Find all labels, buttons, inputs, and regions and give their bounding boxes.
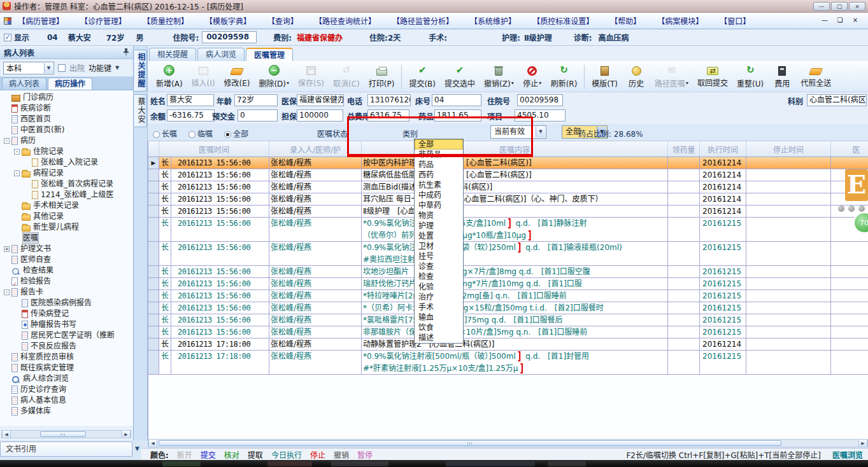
dropdown-item[interactable]: 卫材 <box>415 241 463 251</box>
show-checkbox[interactable] <box>4 34 11 41</box>
restore-button[interactable]: □ <box>831 2 848 11</box>
tree-expander-icon[interactable]: - <box>14 171 20 176</box>
table-row[interactable]: 长20161213 15:56:00张松峰/程燕*特拉唑嗪片[2mg×14片/盒… <box>148 290 868 302</box>
vtab-patient-name[interactable]: 蔡大安 <box>134 94 147 127</box>
toolbar-button-重整(U)[interactable]: ↻重整(U) <box>732 64 768 90</box>
scroll-right-icon[interactable]: ▶ <box>858 440 867 447</box>
chevron-down-icon[interactable]: ▾ <box>539 80 541 86</box>
menu-item[interactable]: 【质控标准设置】 <box>532 15 594 26</box>
table-row[interactable]: 长20161213 15:56:00张松峰/程燕测血压Bid(描述) [心血管二… <box>148 181 868 193</box>
column-header-医嘱内容[interactable]: 医嘱内容 <box>362 141 668 157</box>
order-status-combo[interactable]: 当前有效▼ <box>490 125 546 139</box>
tree-item[interactable]: 传染病登记 <box>0 309 133 319</box>
mdi-restore-button[interactable]: ❏ <box>835 17 845 25</box>
toolbar-button-提交选中[interactable]: ✔提交选中 <box>440 64 480 90</box>
radio-长嘱[interactable]: 长嘱 <box>153 130 177 139</box>
table-row[interactable]: 长20161213 17:18:00张松峰/程燕*0.9%氯化钠注射液[500m… <box>148 351 868 375</box>
tree-item[interactable]: 中医首页(新) <box>0 125 133 136</box>
dropdown-item[interactable]: 药品 <box>415 160 463 170</box>
tree-item[interactable]: 既往疾病史管理 <box>0 363 133 373</box>
dropdown-item[interactable]: 检查 <box>415 272 463 282</box>
tree-item[interactable]: 张松峰_首次病程记录 <box>0 179 133 190</box>
menu-item[interactable]: 【系统维护】 <box>470 15 516 26</box>
tree-item[interactable]: -病历 <box>0 136 133 146</box>
toolbar-button-路径医嘱[interactable]: ✉路径医嘱▾ <box>650 64 693 90</box>
toolbar-button-刷新(R)[interactable]: ↻刷新(R) <box>546 64 582 90</box>
toolbar-button-打印(P)[interactable]: 打印(P) <box>364 64 399 90</box>
toolbar-button-取消(C)[interactable]: ↺取消(C) <box>329 64 364 90</box>
mdi-close-button[interactable]: × <box>850 17 860 25</box>
menu-item[interactable]: 【病案模块】 <box>657 15 703 26</box>
tree-item[interactable]: 疾病诊断 <box>0 103 133 114</box>
tree-item[interactable]: 检查结果 <box>0 265 133 276</box>
field-value-项目[interactable]: 4505.10 <box>515 109 566 122</box>
dropdown-item[interactable]: 物资 <box>415 211 463 221</box>
tree-item[interactable]: -报告卡 <box>0 287 133 298</box>
scroll-left-icon[interactable]: ◀ <box>2 431 11 438</box>
menu-item[interactable]: 【路径监管分析】 <box>392 15 453 26</box>
toolbar-button-删除(D)[interactable]: −删除(D)▾ <box>254 64 294 90</box>
column-header-执行时间[interactable]: 执行时间 <box>700 141 746 157</box>
chevron-down-icon[interactable]: ▾ <box>287 80 289 86</box>
pin-icon[interactable] <box>123 48 129 57</box>
chevron-down-icon[interactable]: ▾ <box>686 80 688 86</box>
table-row[interactable]: 长20161213 15:56:00张松峰/程燕*（贝希）阿卡波糖胶囊[50mg… <box>148 302 868 314</box>
tree-item[interactable]: 医院感染病例报告 <box>0 298 133 309</box>
table-row[interactable]: 长20161213 17:18:00张松峰/程燕动静脉置管护理2 [心血管二科(… <box>148 338 868 351</box>
tree-item[interactable]: 科室质控员审核 <box>0 352 133 363</box>
tree-item[interactable]: 历史诊疗查询 <box>0 384 133 395</box>
field-value-担保[interactable]: 100000 <box>297 109 343 122</box>
tree-item[interactable]: 医师自查 <box>0 254 133 265</box>
tree-item[interactable]: +护理文书 <box>0 244 133 254</box>
dropdown-item[interactable]: 非药品 <box>415 150 463 160</box>
field-value-余额[interactable]: -6316.75 <box>167 109 215 122</box>
grid-hscrollbar[interactable]: ◀ ▶ <box>148 439 868 447</box>
tree-item[interactable]: 检验报告 <box>0 276 133 287</box>
menu-item[interactable]: 【帮助】 <box>610 15 641 26</box>
tab-病人浏览[interactable]: 病人浏览 <box>197 48 245 61</box>
tree-item[interactable]: -住院记录 <box>0 146 133 157</box>
table-row[interactable]: 长20161213 15:56:00张松峰/程燕瑞舒伐他汀钙片（可定）[10mg… <box>148 278 868 290</box>
tree-item[interactable]: 多媒体库 <box>0 406 133 417</box>
menu-item[interactable]: 【路径查询统计】 <box>315 15 376 26</box>
table-row[interactable]: ▶长20161213 15:56:00张松峰/程燕按中医内科护理常规（描述） [… <box>148 157 868 169</box>
table-row[interactable]: 长20161213 15:56:00张松峰/程燕*0.9%氯化钠注射液[250m… <box>148 242 868 266</box>
table-row[interactable]: 长20161213 15:56:00张松峰/程燕坎地沙坦酯片（必洛斯）[8mg×… <box>148 266 868 278</box>
department-combo[interactable]: 本科▼ <box>3 62 54 74</box>
discharge-checkbox[interactable] <box>58 64 66 72</box>
tree-item[interactable]: 病人基本信息 <box>0 395 133 406</box>
doc-reference-bar[interactable]: 文书引用 <box>0 442 132 457</box>
dropdown-item[interactable]: 诊查 <box>415 261 463 272</box>
toolbar-button-取回提交[interactable]: ⇄取回提交 <box>693 64 732 89</box>
menu-item[interactable]: 【窗口】 <box>720 15 750 26</box>
tree-item[interactable]: 其他记录 <box>0 211 133 222</box>
tree-item[interactable]: 肿瘤报告书写 <box>0 319 133 330</box>
scroll-left-icon[interactable]: ◀ <box>148 440 157 447</box>
tree-item[interactable]: 不良反应报告 <box>0 341 133 352</box>
table-row[interactable]: 长20161213 15:56:00张松峰/程燕非那雄胺片（保列治）[5mg×1… <box>148 326 868 338</box>
table-row[interactable]: 长20161213 15:56:00张松峰/程燕耳穴贴压 每日一次（描述） [心… <box>148 193 868 206</box>
dropdown-item[interactable]: 西药 <box>415 170 463 180</box>
field-value-电话[interactable]: 13107612087 <box>367 94 411 106</box>
toolbar-button-新增(A)[interactable]: +新增(A) <box>152 64 187 90</box>
field-value-总费用[interactable]: 6316.75 <box>367 109 409 122</box>
toolbar-button-代煎全送[interactable]: 代煎全送 <box>796 64 836 89</box>
sidebar-hscrollbar[interactable]: ◀ ▶ <box>1 430 131 438</box>
close-button[interactable]: × <box>849 2 865 11</box>
field-value-预交金[interactable]: 0 <box>238 109 278 122</box>
toolbar-button-模版(T)[interactable]: 模版(T) <box>587 64 622 90</box>
table-row[interactable]: 长20161213 15:56:00张松峰/程燕糖尿病低盐低脂饮食（描述） [心… <box>148 169 868 181</box>
order-browse-link[interactable]: 医嘱浏览 <box>832 449 863 460</box>
tree-item[interactable]: -病程记录 <box>0 168 133 179</box>
menu-item[interactable]: 【查询】 <box>267 15 298 26</box>
toolbar-button-撤销(Z)[interactable]: 撤销(Z)▾ <box>480 64 518 90</box>
menu-item[interactable]: 【诊疗管理】 <box>80 15 126 26</box>
tree-item[interactable]: 手术相关记录 <box>0 200 133 211</box>
table-row[interactable]: 长20161213 15:56:00张松峰/程燕*氯吡格雷片[75mg×10片/… <box>148 314 868 326</box>
column-header-停止时间[interactable]: 停止时间 <box>746 141 831 157</box>
collapse-caret-icon[interactable]: ▼ <box>135 445 139 452</box>
toolbar-button-插入(I)[interactable]: 插入(I) <box>187 64 220 89</box>
mdi-minimize-button[interactable]: — <box>820 17 830 25</box>
tree-item[interactable]: 居民死亡医学证明（推断 <box>0 330 133 341</box>
menu-item[interactable]: 【质量控制】 <box>143 15 189 26</box>
